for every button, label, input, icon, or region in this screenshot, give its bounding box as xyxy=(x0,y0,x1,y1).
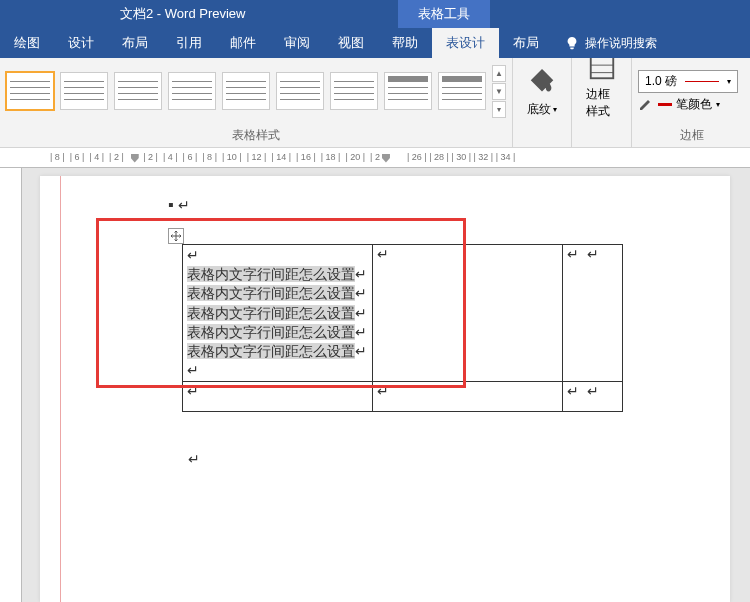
table-style-2[interactable] xyxy=(60,72,108,110)
selected-text[interactable]: 表格内文字行间距怎么设置 xyxy=(187,343,355,359)
selected-text[interactable]: 表格内文字行间距怎么设置 xyxy=(187,324,355,340)
lightbulb-icon xyxy=(565,36,579,50)
gallery-scroll-up[interactable]: ▲ xyxy=(492,65,506,82)
tell-me-search[interactable]: 操作说明搜索 xyxy=(553,28,669,58)
tab-layout[interactable]: 布局 xyxy=(108,28,162,58)
table-style-4[interactable] xyxy=(168,72,216,110)
group-label-table-styles: 表格样式 xyxy=(0,124,512,147)
table-row[interactable]: ↵ 表格内文字行间距怎么设置↵ 表格内文字行间距怎么设置↵ 表格内文字行间距怎么… xyxy=(183,245,623,382)
paragraph-mark: ▪ ↵ xyxy=(168,196,190,214)
border-style-button[interactable]: 边框样式 ▾ xyxy=(578,58,625,127)
pen-color-swatch xyxy=(658,103,672,106)
chevron-down-icon: ▾ xyxy=(716,100,720,109)
tab-drawing[interactable]: 绘图 xyxy=(0,28,54,58)
paint-bucket-icon xyxy=(527,67,557,97)
table-move-handle[interactable] xyxy=(168,228,184,244)
document-table[interactable]: ↵ 表格内文字行间距怎么设置↵ 表格内文字行间距怎么设置↵ 表格内文字行间距怎么… xyxy=(182,244,623,412)
ruler-indent-marker[interactable] xyxy=(382,154,390,163)
border-weight-value: 1.0 磅 xyxy=(645,73,677,90)
table-cell[interactable]: ↵ xyxy=(183,382,373,412)
document-area: ▪ ↵ ↵ 表格内文字行间距怎么设置↵ 表格内文字行间距怎么设置↵ 表格内文字行… xyxy=(0,168,750,602)
paragraph-mark: ↵ xyxy=(188,451,200,468)
window-title: 文档2 - Word Preview xyxy=(0,5,245,23)
selected-text[interactable]: 表格内文字行间距怎么设置 xyxy=(187,266,355,282)
table-style-5[interactable] xyxy=(222,72,270,110)
group-label-borders: 边框 xyxy=(632,124,750,147)
table-style-9[interactable] xyxy=(438,72,486,110)
svg-rect-0 xyxy=(590,58,613,78)
table-cell[interactable]: ↵ 表格内文字行间距怎么设置↵ 表格内文字行间距怎么设置↵ 表格内文字行间距怎么… xyxy=(183,245,373,382)
move-icon xyxy=(171,231,181,241)
tab-references[interactable]: 引用 xyxy=(162,28,216,58)
tab-view[interactable]: 视图 xyxy=(324,28,378,58)
tab-mailings[interactable]: 邮件 xyxy=(216,28,270,58)
shading-button[interactable]: 底纹▾ xyxy=(519,65,565,120)
table-styles-gallery: ▲ ▼ ▾ xyxy=(0,58,512,124)
pen-color-button[interactable]: 笔颜色 ▾ xyxy=(638,96,738,113)
border-weight-dropdown[interactable]: 1.0 磅 ▾ xyxy=(638,70,738,93)
table-style-8[interactable] xyxy=(384,72,432,110)
horizontal-ruler[interactable]: | 8 | | 6 | | 4 | | 2 | | 2 | | 4 | | 6 … xyxy=(0,148,750,168)
contextual-tab-table-tools[interactable]: 表格工具 xyxy=(398,0,490,28)
tab-design[interactable]: 设计 xyxy=(54,28,108,58)
table-cell[interactable]: ↵ xyxy=(373,245,563,382)
vertical-ruler[interactable] xyxy=(0,168,22,602)
border-style-icon xyxy=(587,58,617,82)
table-style-3[interactable] xyxy=(114,72,162,110)
chevron-down-icon: ▾ xyxy=(553,105,557,114)
table-cell[interactable]: ↵ xyxy=(373,382,563,412)
table-style-6[interactable] xyxy=(276,72,324,110)
table-row[interactable]: ↵ ↵ ↵ ↵ xyxy=(183,382,623,412)
gallery-expand[interactable]: ▾ xyxy=(492,101,506,118)
gallery-scroll-down[interactable]: ▼ xyxy=(492,83,506,100)
table-cell[interactable]: ↵ ↵ xyxy=(563,245,623,382)
page[interactable]: ▪ ↵ ↵ 表格内文字行间距怎么设置↵ 表格内文字行间距怎么设置↵ 表格内文字行… xyxy=(40,176,730,602)
border-weight-preview xyxy=(685,81,719,82)
tab-table-design[interactable]: 表设计 xyxy=(432,28,499,58)
left-margin-guide xyxy=(60,176,61,602)
table-style-7[interactable] xyxy=(330,72,378,110)
tab-table-layout[interactable]: 布局 xyxy=(499,28,553,58)
ribbon: ▲ ▼ ▾ 表格样式 底纹▾ 边框样式 ▾ xyxy=(0,58,750,148)
selected-text[interactable]: 表格内文字行间距怎么设置 xyxy=(187,305,355,321)
selected-text[interactable]: 表格内文字行间距怎么设置 xyxy=(187,285,355,301)
title-bar: 文档2 - Word Preview 表格工具 xyxy=(0,0,750,28)
table-style-1[interactable] xyxy=(6,72,54,110)
tab-review[interactable]: 审阅 xyxy=(270,28,324,58)
ruler-indent-marker[interactable] xyxy=(131,154,139,163)
tabs-bar: 绘图 设计 布局 引用 邮件 审阅 视图 帮助 表设计 布局 操作说明搜索 xyxy=(0,28,750,58)
table-cell[interactable]: ↵ ↵ xyxy=(563,382,623,412)
chevron-down-icon: ▾ xyxy=(727,77,731,86)
tab-help[interactable]: 帮助 xyxy=(378,28,432,58)
pen-icon xyxy=(638,96,654,112)
